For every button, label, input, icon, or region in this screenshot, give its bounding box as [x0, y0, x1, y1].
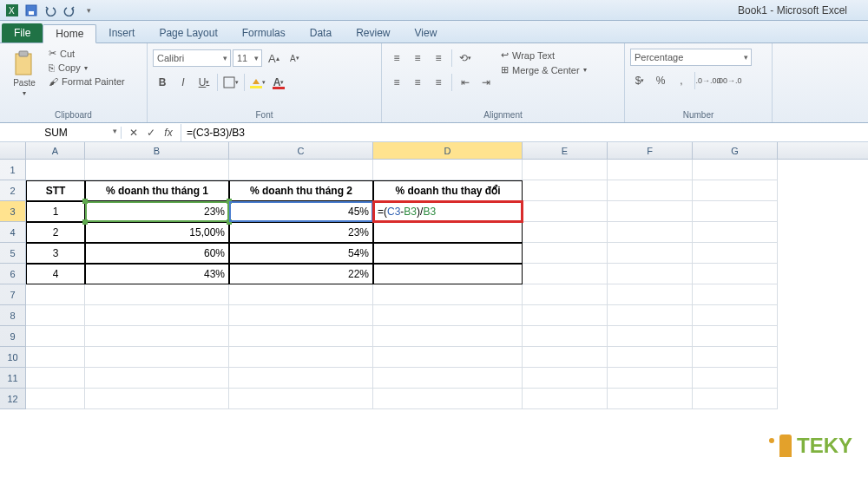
- row-header-12[interactable]: 12: [0, 389, 26, 409]
- scissors-icon: ✂: [49, 48, 56, 59]
- comma-format-button[interactable]: ,: [672, 71, 691, 90]
- accounting-format-button[interactable]: $▾: [630, 71, 649, 90]
- grow-font-button[interactable]: A▴: [264, 49, 283, 68]
- row-header-1[interactable]: 1: [0, 160, 26, 180]
- wrap-text-button[interactable]: ↩Wrap Text: [499, 49, 589, 62]
- formula-bar-row: SUM ✕ ✓ fx =(C3-B3)/B3: [0, 123, 868, 142]
- cell-B4[interactable]: 15,00%: [85, 222, 229, 243]
- row-header-7[interactable]: 7: [0, 284, 26, 305]
- col-header-B[interactable]: B: [85, 142, 229, 159]
- formula-input[interactable]: =(C3-B3)/B3: [181, 127, 868, 139]
- cell-C2[interactable]: % doanh thu tháng 2: [229, 180, 373, 201]
- col-header-E[interactable]: E: [523, 142, 608, 159]
- col-header-A[interactable]: A: [26, 142, 85, 159]
- decrease-decimal-button[interactable]: .00→.0: [720, 71, 739, 90]
- cell-D3[interactable]: =(C3-B3)/B3: [373, 201, 523, 222]
- tab-review[interactable]: Review: [344, 23, 402, 42]
- increase-decimal-button[interactable]: .0→.00: [699, 71, 718, 90]
- cell-D6[interactable]: [373, 264, 523, 284]
- svg-rect-3: [29, 11, 34, 15]
- underline-button[interactable]: U▾: [194, 73, 214, 92]
- cell-C4[interactable]: 23%: [229, 222, 373, 243]
- orientation-button[interactable]: ⟲▾: [456, 49, 475, 68]
- format-painter-button[interactable]: 🖌Format Painter: [47, 75, 127, 88]
- align-middle-button[interactable]: ≡: [408, 49, 427, 68]
- cell-C3[interactable]: 45%: [229, 201, 373, 222]
- cut-label: Cut: [60, 49, 75, 59]
- save-icon[interactable]: [23, 2, 40, 19]
- row-header-5[interactable]: 5: [0, 243, 26, 264]
- shrink-font-button[interactable]: A▾: [285, 49, 304, 68]
- excel-icon[interactable]: X: [3, 2, 21, 19]
- row-header-3[interactable]: 3: [0, 201, 26, 222]
- qat-dropdown-icon[interactable]: ▾: [80, 2, 97, 19]
- col-header-G[interactable]: G: [693, 142, 778, 159]
- fx-button[interactable]: fx: [160, 124, 177, 141]
- col-header-C[interactable]: C: [229, 142, 373, 159]
- fill-color-button[interactable]: ▾: [248, 73, 267, 92]
- font-color-button[interactable]: A▾: [269, 73, 288, 92]
- tab-view[interactable]: View: [403, 23, 450, 42]
- row-header-8[interactable]: 8: [0, 305, 26, 326]
- number-format-select[interactable]: Percentage: [630, 49, 752, 66]
- cell-C5[interactable]: 54%: [229, 243, 373, 264]
- font-name-value: Calibri: [157, 53, 184, 63]
- group-alignment: ≡ ≡ ≡ ⟲▾ ≡ ≡ ≡ ⇤ ⇥ ↩Wrap Text ⊞Merge & C…: [382, 43, 625, 122]
- col-header-D[interactable]: D: [373, 142, 523, 159]
- row-header-2[interactable]: 2: [0, 180, 26, 201]
- cell-A6[interactable]: 4: [26, 264, 85, 284]
- name-box[interactable]: SUM: [0, 127, 122, 139]
- cell-C6[interactable]: 22%: [229, 264, 373, 284]
- copy-button[interactable]: ⎘Copy ▾: [47, 62, 127, 74]
- undo-icon[interactable]: [42, 2, 59, 19]
- cell-A4[interactable]: 2: [26, 222, 85, 243]
- increase-indent-button[interactable]: ⇥: [477, 73, 496, 92]
- cell-D2[interactable]: % doanh thu thay đổi: [373, 180, 523, 201]
- tab-file[interactable]: File: [2, 23, 43, 42]
- align-bottom-button[interactable]: ≡: [429, 49, 448, 68]
- font-size-select[interactable]: 11: [233, 49, 262, 67]
- col-header-F[interactable]: F: [608, 142, 693, 159]
- cell-B5[interactable]: 60%: [85, 243, 229, 264]
- wrap-label: Wrap Text: [512, 50, 555, 61]
- cell-B3[interactable]: 23%: [85, 201, 229, 222]
- cut-button[interactable]: ✂Cut: [47, 47, 127, 60]
- tab-page-layout[interactable]: Page Layout: [147, 23, 229, 42]
- merge-center-button[interactable]: ⊞Merge & Center ▾: [499, 63, 589, 76]
- tab-insert[interactable]: Insert: [96, 23, 147, 42]
- tab-formulas[interactable]: Formulas: [230, 23, 298, 42]
- row-header-9[interactable]: 9: [0, 326, 26, 347]
- row-header-4[interactable]: 4: [0, 222, 26, 243]
- cell-B2[interactable]: % doanh thu tháng 1: [85, 180, 229, 201]
- quick-access-toolbar: X ▾: [3, 2, 97, 19]
- tab-home[interactable]: Home: [43, 24, 96, 43]
- cell-A2[interactable]: STT: [26, 180, 85, 201]
- cell-A5[interactable]: 3: [26, 243, 85, 264]
- align-left-button[interactable]: ≡: [387, 73, 406, 92]
- cell-A3[interactable]: 1: [26, 201, 85, 222]
- tab-data[interactable]: Data: [298, 23, 344, 42]
- decrease-indent-button[interactable]: ⇤: [456, 73, 475, 92]
- select-all-corner[interactable]: [0, 142, 26, 159]
- border-button[interactable]: ▾: [221, 73, 240, 92]
- row-header-11[interactable]: 11: [0, 368, 26, 389]
- align-right-button[interactable]: ≡: [429, 73, 448, 92]
- cancel-formula-button[interactable]: ✕: [125, 124, 142, 141]
- italic-button[interactable]: I: [174, 73, 193, 92]
- row-headers: 1 2 3 4 5 6 7 8 9 10 11 12: [0, 160, 26, 409]
- align-center-button[interactable]: ≡: [408, 73, 427, 92]
- percent-format-button[interactable]: %: [651, 71, 670, 90]
- row-header-10[interactable]: 10: [0, 347, 26, 368]
- row-header-6[interactable]: 6: [0, 264, 26, 284]
- cell-D4[interactable]: [373, 222, 523, 243]
- cells-area[interactable]: STT % doanh thu tháng 1 % doanh thu thán…: [26, 160, 778, 409]
- redo-icon[interactable]: [61, 2, 78, 19]
- enter-formula-button[interactable]: ✓: [142, 124, 160, 141]
- cell-B6[interactable]: 43%: [85, 264, 229, 284]
- paste-button[interactable]: Paste ▾: [5, 45, 43, 102]
- cell-D5[interactable]: [373, 243, 523, 264]
- bold-button[interactable]: B: [153, 73, 172, 92]
- align-top-button[interactable]: ≡: [387, 49, 406, 68]
- svg-text:X: X: [9, 6, 15, 16]
- font-name-select[interactable]: Calibri: [153, 49, 231, 67]
